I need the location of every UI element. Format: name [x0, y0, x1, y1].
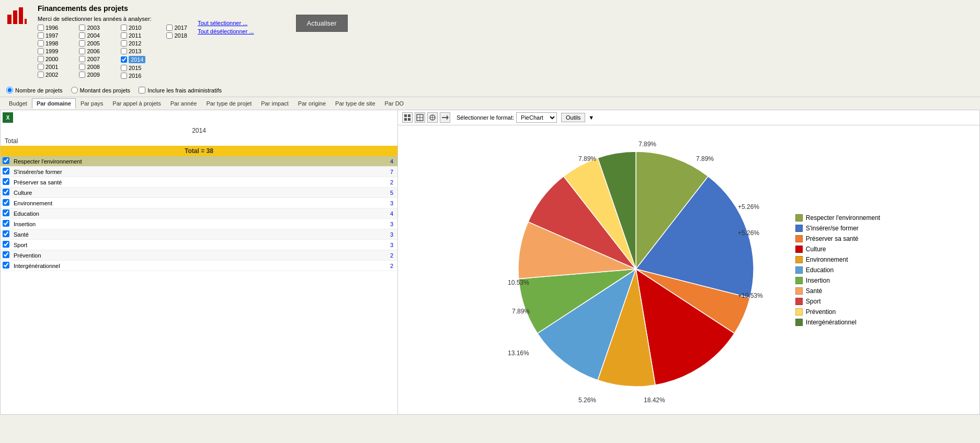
- row-checkbox-cell[interactable]: [1, 219, 12, 229]
- tab-par-type-projet[interactable]: Par type de projet: [201, 98, 256, 109]
- radio-nombre-label: Nombre de projets: [15, 87, 63, 94]
- row-checkbox[interactable]: [3, 241, 9, 248]
- tab-par-appel[interactable]: Par appel à projets: [108, 98, 165, 109]
- year-1998[interactable]: 1998: [38, 40, 58, 47]
- year-2008[interactable]: 2008: [79, 63, 99, 71]
- row-checkbox[interactable]: [3, 178, 9, 185]
- year-2003[interactable]: 2003: [79, 24, 99, 31]
- svg-rect-3: [25, 19, 27, 24]
- row-checkbox-cell[interactable]: [1, 229, 12, 240]
- year-1996[interactable]: 1996: [38, 24, 58, 31]
- row-checkbox-cell[interactable]: [1, 167, 12, 177]
- svg-marker-15: [447, 115, 449, 120]
- year-2009[interactable]: 2009: [79, 71, 99, 78]
- legend-item: Culture: [795, 246, 880, 253]
- year-2013[interactable]: 2013: [121, 48, 145, 55]
- pie-label-1: 7.89%: [696, 155, 714, 162]
- svg-rect-5: [408, 114, 411, 117]
- row-checkbox-cell[interactable]: [1, 250, 12, 261]
- row-checkbox-cell[interactable]: [1, 240, 12, 250]
- row-label: Intergénérationnel: [12, 261, 353, 271]
- tab-par-annee[interactable]: Par année: [166, 98, 202, 109]
- legend-item: Santé: [795, 287, 880, 295]
- legend-container: Respecter l'environnement S'insérer/se f…: [795, 214, 880, 326]
- tab-par-pays[interactable]: Par pays: [76, 98, 108, 109]
- tab-budget[interactable]: Budget: [4, 98, 32, 109]
- row-checkbox[interactable]: [3, 220, 9, 227]
- toolbar-icon-4[interactable]: [440, 112, 450, 123]
- row-value: 7: [353, 167, 397, 177]
- select-all-link[interactable]: Tout sélectionner ...: [198, 20, 254, 26]
- total-value: Total = 38: [185, 147, 213, 155]
- tab-par-type-site[interactable]: Par type de site: [331, 98, 380, 109]
- radio-nombre-projets[interactable]: Nombre de projets: [6, 87, 63, 94]
- pie-label-9: 13.16%: [508, 349, 529, 357]
- year-1999[interactable]: 1999: [38, 48, 58, 55]
- tab-par-impact[interactable]: Par impact: [256, 98, 293, 109]
- row-checkbox-cell[interactable]: [1, 156, 12, 167]
- svg-rect-0: [7, 15, 12, 24]
- year-2010[interactable]: 2010: [121, 24, 145, 31]
- tools-button[interactable]: Outils: [561, 113, 585, 122]
- checkbox-frais[interactable]: Inclure les frais administratifs: [139, 87, 222, 94]
- radio-montant-projets[interactable]: Montant des projets: [71, 87, 131, 94]
- row-value: 5: [353, 188, 397, 198]
- row-checkbox-cell[interactable]: [1, 261, 12, 271]
- row-checkbox[interactable]: [3, 168, 9, 174]
- pie-label-8: 5.26%: [578, 397, 596, 404]
- year-2018[interactable]: 2018: [166, 32, 187, 39]
- row-checkbox-cell[interactable]: [1, 177, 12, 188]
- tab-par-domaine[interactable]: Par domaine: [32, 98, 76, 109]
- row-checkbox-cell[interactable]: [1, 208, 12, 219]
- tab-par-do[interactable]: Par DO: [380, 98, 409, 109]
- chart-format-select[interactable]: PieChart BarChart LineChart: [516, 112, 557, 123]
- row-checkbox-cell[interactable]: [1, 198, 12, 208]
- legend-label: Intergénérationnel: [806, 319, 857, 326]
- toolbar-icon-2[interactable]: [415, 112, 425, 123]
- year-2000[interactable]: 2000: [38, 55, 58, 63]
- table-row: Santé 3: [1, 229, 397, 240]
- year-2002[interactable]: 2002: [38, 71, 58, 78]
- row-checkbox[interactable]: [3, 189, 9, 195]
- row-checkbox[interactable]: [3, 157, 9, 164]
- row-value: 3: [353, 219, 397, 229]
- legend-label: Education: [806, 266, 834, 274]
- year-2011[interactable]: 2011: [121, 32, 145, 39]
- year-2016[interactable]: 2016: [121, 72, 145, 79]
- year-2015[interactable]: 2015: [121, 64, 145, 72]
- legend-label: Préserver sa santé: [806, 235, 859, 242]
- row-checkbox[interactable]: [3, 230, 9, 237]
- svg-rect-4: [404, 114, 407, 117]
- legend-label: Prévention: [806, 308, 836, 316]
- year-2017[interactable]: 2017: [166, 24, 187, 31]
- toolbar-icon-1[interactable]: [402, 112, 413, 123]
- row-checkbox[interactable]: [3, 251, 9, 258]
- year-2006[interactable]: 2006: [79, 48, 99, 55]
- legend-label: S'insérer/se former: [806, 225, 859, 232]
- legend-color-swatch: [795, 287, 803, 295]
- tab-par-origine[interactable]: Par origine: [293, 98, 331, 109]
- pie-label-4: +5.26%: [738, 203, 759, 211]
- row-checkbox-cell[interactable]: [1, 188, 12, 198]
- table-row: Prévention 2: [1, 250, 397, 261]
- deselect-all-link[interactable]: Tout désélectionner ...: [198, 28, 254, 34]
- year-2005[interactable]: 2005: [79, 40, 99, 47]
- row-checkbox[interactable]: [3, 199, 9, 206]
- year-2004[interactable]: 2004: [79, 32, 99, 39]
- table-row: Culture 5: [1, 188, 397, 198]
- toolbar-icon-3[interactable]: [427, 112, 438, 123]
- title-and-years: Financements des projets Merci de sélect…: [38, 4, 187, 79]
- year-2001[interactable]: 2001: [38, 63, 58, 71]
- pie-label-6: +10.53%: [738, 292, 763, 299]
- year-2007[interactable]: 2007: [79, 55, 99, 63]
- year-2014[interactable]: 2014: [121, 55, 145, 64]
- row-checkbox[interactable]: [3, 209, 9, 216]
- year-1997[interactable]: 1997: [38, 32, 58, 39]
- actualiser-button[interactable]: Actualiser: [296, 15, 348, 32]
- excel-export-icon[interactable]: X: [3, 112, 13, 123]
- row-checkbox[interactable]: [3, 262, 9, 269]
- header-section: Financements des projets Merci de sélect…: [0, 0, 980, 84]
- legend-color-swatch: [795, 246, 803, 253]
- year-header: 2014: [1, 125, 397, 136]
- year-2012[interactable]: 2012: [121, 40, 145, 47]
